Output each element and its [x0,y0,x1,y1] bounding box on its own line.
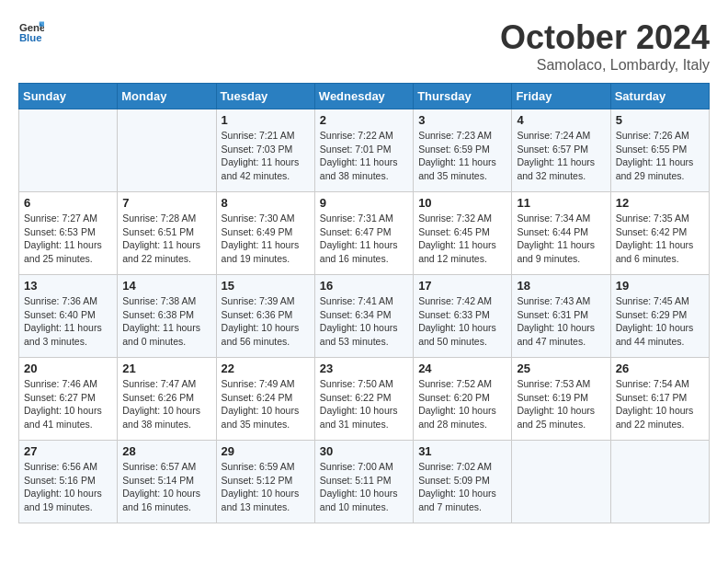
day-number: 23 [320,362,408,375]
day-number: 9 [320,196,408,210]
day-info: Sunrise: 7:24 AM Sunset: 6:57 PM Dayligh… [517,129,605,183]
weekday-header-row: SundayMondayTuesdayWednesdayThursdayFrid… [19,84,710,109]
calendar-cell: 15Sunrise: 7:39 AM Sunset: 6:36 PM Dayli… [216,275,314,358]
calendar-cell: 16Sunrise: 7:41 AM Sunset: 6:34 PM Dayli… [314,275,413,358]
day-number: 24 [418,362,506,375]
calendar-cell: 10Sunrise: 7:32 AM Sunset: 6:45 PM Dayli… [414,192,512,275]
day-info: Sunrise: 7:50 AM Sunset: 6:22 PM Dayligh… [320,377,408,431]
calendar-cell: 27Sunrise: 6:56 AM Sunset: 5:16 PM Dayli… [19,441,118,523]
calendar-cell: 21Sunrise: 7:47 AM Sunset: 6:26 PM Dayli… [118,358,216,441]
day-number: 21 [122,362,210,375]
calendar-cell: 17Sunrise: 7:42 AM Sunset: 6:33 PM Dayli… [414,275,512,358]
day-number: 3 [418,113,506,127]
day-number: 14 [122,279,210,293]
calendar-subtitle: Samolaco, Lombardy, Italy [500,57,710,74]
weekday-monday: Monday [118,84,216,109]
day-number: 16 [320,279,408,293]
day-number: 19 [616,279,704,293]
calendar-week-3: 13Sunrise: 7:36 AM Sunset: 6:40 PM Dayli… [19,275,710,358]
weekday-saturday: Saturday [610,84,709,109]
calendar-cell: 6Sunrise: 7:27 AM Sunset: 6:53 PM Daylig… [19,192,118,275]
day-number: 26 [616,362,704,375]
day-number: 6 [24,196,112,210]
calendar-cell: 19Sunrise: 7:45 AM Sunset: 6:29 PM Dayli… [610,275,709,358]
weekday-wednesday: Wednesday [314,84,413,109]
day-number: 10 [418,196,506,210]
calendar-cell: 28Sunrise: 6:57 AM Sunset: 5:14 PM Dayli… [118,441,216,523]
day-number: 29 [222,444,310,458]
day-number: 7 [122,196,210,210]
calendar-cell: 8Sunrise: 7:30 AM Sunset: 6:49 PM Daylig… [216,192,314,275]
day-number: 25 [517,362,605,375]
day-number: 5 [616,113,704,127]
day-info: Sunrise: 7:30 AM Sunset: 6:49 PM Dayligh… [222,212,310,266]
calendar-cell: 5Sunrise: 7:26 AM Sunset: 6:55 PM Daylig… [610,109,709,192]
day-info: Sunrise: 7:42 AM Sunset: 6:33 PM Dayligh… [418,294,506,349]
calendar-cell: 4Sunrise: 7:24 AM Sunset: 6:57 PM Daylig… [512,109,610,192]
calendar-cell: 7Sunrise: 7:28 AM Sunset: 6:51 PM Daylig… [118,192,216,275]
weekday-friday: Friday [512,84,610,109]
calendar-title: October 2024 [500,18,710,57]
day-info: Sunrise: 7:47 AM Sunset: 6:26 PM Dayligh… [122,377,210,431]
day-info: Sunrise: 7:38 AM Sunset: 6:38 PM Dayligh… [122,294,210,349]
logo-icon: General Blue [18,18,44,44]
calendar-cell: 25Sunrise: 7:53 AM Sunset: 6:19 PM Dayli… [512,358,610,441]
calendar-cell: 13Sunrise: 7:36 AM Sunset: 6:40 PM Dayli… [19,275,118,358]
day-number: 12 [616,196,704,210]
day-info: Sunrise: 7:27 AM Sunset: 6:53 PM Dayligh… [24,212,112,266]
calendar-cell: 9Sunrise: 7:31 AM Sunset: 6:47 PM Daylig… [314,192,413,275]
day-info: Sunrise: 7:28 AM Sunset: 6:51 PM Dayligh… [122,212,210,266]
calendar-table: SundayMondayTuesdayWednesdayThursdayFrid… [18,83,710,523]
day-number: 30 [320,444,408,458]
calendar-cell: 20Sunrise: 7:46 AM Sunset: 6:27 PM Dayli… [19,358,118,441]
day-info: Sunrise: 7:53 AM Sunset: 6:19 PM Dayligh… [517,377,605,431]
day-info: Sunrise: 6:56 AM Sunset: 5:16 PM Dayligh… [24,460,112,514]
day-number: 31 [418,444,506,458]
calendar-week-2: 6Sunrise: 7:27 AM Sunset: 6:53 PM Daylig… [19,192,710,275]
calendar-week-5: 27Sunrise: 6:56 AM Sunset: 5:16 PM Dayli… [19,441,710,523]
calendar-cell: 23Sunrise: 7:50 AM Sunset: 6:22 PM Dayli… [314,358,413,441]
day-number: 17 [418,279,506,293]
calendar-cell: 3Sunrise: 7:23 AM Sunset: 6:59 PM Daylig… [414,109,512,192]
calendar-cell: 2Sunrise: 7:22 AM Sunset: 7:01 PM Daylig… [314,109,413,192]
day-number: 20 [24,362,112,375]
day-number: 13 [24,279,112,293]
calendar-cell: 12Sunrise: 7:35 AM Sunset: 6:42 PM Dayli… [610,192,709,275]
day-info: Sunrise: 7:39 AM Sunset: 6:36 PM Dayligh… [222,294,310,349]
day-info: Sunrise: 7:36 AM Sunset: 6:40 PM Dayligh… [24,294,112,349]
day-number: 11 [517,196,605,210]
day-info: Sunrise: 7:22 AM Sunset: 7:01 PM Dayligh… [320,129,408,183]
day-info: Sunrise: 7:34 AM Sunset: 6:44 PM Dayligh… [517,212,605,266]
logo: General Blue [18,18,44,44]
title-block: October 2024 Samolaco, Lombardy, Italy [500,18,710,74]
svg-text:Blue: Blue [19,32,42,43]
weekday-sunday: Sunday [19,84,118,109]
calendar-cell: 22Sunrise: 7:49 AM Sunset: 6:24 PM Dayli… [216,358,314,441]
day-info: Sunrise: 7:21 AM Sunset: 7:03 PM Dayligh… [222,129,310,183]
day-info: Sunrise: 7:52 AM Sunset: 6:20 PM Dayligh… [418,377,506,431]
weekday-thursday: Thursday [414,84,512,109]
day-info: Sunrise: 7:00 AM Sunset: 5:11 PM Dayligh… [320,460,408,514]
calendar-week-4: 20Sunrise: 7:46 AM Sunset: 6:27 PM Dayli… [19,358,710,441]
day-number: 28 [122,444,210,458]
day-info: Sunrise: 7:46 AM Sunset: 6:27 PM Dayligh… [24,377,112,431]
day-number: 4 [517,113,605,127]
calendar-body: 1Sunrise: 7:21 AM Sunset: 7:03 PM Daylig… [19,109,710,523]
day-info: Sunrise: 6:59 AM Sunset: 5:12 PM Dayligh… [222,460,310,514]
calendar-cell: 18Sunrise: 7:43 AM Sunset: 6:31 PM Dayli… [512,275,610,358]
day-info: Sunrise: 7:32 AM Sunset: 6:45 PM Dayligh… [418,212,506,266]
calendar-cell: 1Sunrise: 7:21 AM Sunset: 7:03 PM Daylig… [216,109,314,192]
calendar-cell: 31Sunrise: 7:02 AM Sunset: 5:09 PM Dayli… [414,441,512,523]
calendar-cell: 11Sunrise: 7:34 AM Sunset: 6:44 PM Dayli… [512,192,610,275]
calendar-cell: 14Sunrise: 7:38 AM Sunset: 6:38 PM Dayli… [118,275,216,358]
calendar-week-1: 1Sunrise: 7:21 AM Sunset: 7:03 PM Daylig… [19,109,710,192]
day-info: Sunrise: 7:31 AM Sunset: 6:47 PM Dayligh… [320,212,408,266]
day-number: 8 [222,196,310,210]
calendar-cell: 24Sunrise: 7:52 AM Sunset: 6:20 PM Dayli… [414,358,512,441]
day-info: Sunrise: 7:23 AM Sunset: 6:59 PM Dayligh… [418,129,506,183]
calendar-cell [19,109,118,192]
day-number: 27 [24,444,112,458]
day-info: Sunrise: 7:43 AM Sunset: 6:31 PM Dayligh… [517,294,605,349]
day-number: 18 [517,279,605,293]
calendar-cell [610,441,709,523]
